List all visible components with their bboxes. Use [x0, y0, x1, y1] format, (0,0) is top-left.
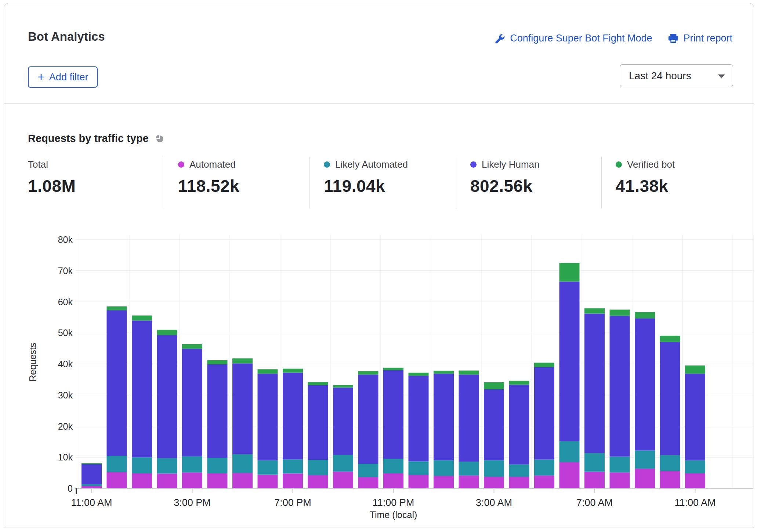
- bar-segment[interactable]: [584, 472, 605, 488]
- bar-segment[interactable]: [509, 381, 529, 385]
- bar-segment[interactable]: [584, 314, 605, 453]
- bar-segment[interactable]: [132, 320, 152, 457]
- bar-segment[interactable]: [610, 310, 630, 316]
- bar-segment[interactable]: [157, 474, 177, 488]
- bar-segment[interactable]: [685, 460, 705, 473]
- bar-segment[interactable]: [132, 473, 152, 488]
- bar-segment[interactable]: [484, 389, 504, 460]
- bar-segment[interactable]: [559, 462, 580, 488]
- bar-segment[interactable]: [559, 281, 580, 441]
- bar-segment[interactable]: [409, 475, 429, 488]
- bar-segment[interactable]: [534, 363, 554, 367]
- bar-segment[interactable]: [182, 456, 202, 473]
- bar-segment[interactable]: [358, 464, 378, 477]
- bar-segment[interactable]: [283, 369, 303, 373]
- bar-segment[interactable]: [358, 477, 378, 488]
- bar-segment[interactable]: [207, 473, 228, 488]
- bar-segment[interactable]: [232, 454, 253, 473]
- bar-segment[interactable]: [107, 306, 127, 310]
- bar-segment[interactable]: [685, 473, 705, 488]
- bar-segment[interactable]: [82, 486, 102, 488]
- bar-segment[interactable]: [459, 375, 479, 462]
- bar-segment[interactable]: [333, 387, 353, 455]
- bar-segment[interactable]: [132, 457, 152, 473]
- bar-segment[interactable]: [484, 382, 504, 389]
- bar-segment[interactable]: [283, 373, 303, 459]
- bar-segment[interactable]: [258, 374, 278, 460]
- configure-super-bot-fight-mode-link[interactable]: Configure Super Bot Fight Mode: [495, 33, 652, 44]
- bar-segment[interactable]: [610, 457, 630, 473]
- time-range-select[interactable]: Last 24 hours: [620, 64, 733, 87]
- bar-segment[interactable]: [258, 460, 278, 475]
- bar-segment[interactable]: [534, 475, 554, 488]
- bar-segment[interactable]: [434, 476, 454, 488]
- bar-segment[interactable]: [559, 441, 580, 462]
- bar-segment[interactable]: [534, 367, 554, 459]
- bar-segment[interactable]: [409, 461, 429, 475]
- bar-segment[interactable]: [258, 369, 278, 374]
- bar-segment[interactable]: [434, 374, 454, 460]
- bar-segment[interactable]: [308, 382, 328, 385]
- bar-segment[interactable]: [232, 358, 253, 364]
- print-report-link[interactable]: Print report: [668, 33, 732, 44]
- bar-segment[interactable]: [383, 368, 403, 370]
- bar-segment[interactable]: [610, 473, 630, 488]
- bar-segment[interactable]: [409, 376, 429, 461]
- bar-segment[interactable]: [182, 349, 202, 456]
- bar-segment[interactable]: [484, 460, 504, 477]
- bar-segment[interactable]: [584, 453, 605, 471]
- bar-segment[interactable]: [610, 316, 630, 457]
- bar-segment[interactable]: [660, 342, 680, 455]
- add-filter-button[interactable]: + Add filter: [28, 66, 98, 88]
- bar-segment[interactable]: [283, 459, 303, 473]
- bar-segment[interactable]: [635, 318, 655, 450]
- bar-segment[interactable]: [258, 475, 278, 488]
- bar-segment[interactable]: [635, 312, 655, 318]
- bar-segment[interactable]: [383, 473, 403, 488]
- bar-segment[interactable]: [383, 459, 403, 473]
- bar-segment[interactable]: [232, 363, 253, 454]
- bar-segment[interactable]: [509, 385, 529, 464]
- bar-segment[interactable]: [182, 344, 202, 349]
- bar-segment[interactable]: [358, 375, 378, 464]
- bar-segment[interactable]: [132, 316, 152, 321]
- bar-segment[interactable]: [82, 484, 102, 486]
- bar-segment[interactable]: [182, 473, 202, 488]
- bar-segment[interactable]: [107, 456, 127, 472]
- bar-segment[interactable]: [635, 469, 655, 488]
- bar-segment[interactable]: [157, 458, 177, 474]
- bar-segment[interactable]: [434, 460, 454, 476]
- bar-segment[interactable]: [333, 471, 353, 488]
- bar-segment[interactable]: [484, 477, 504, 488]
- bar-segment[interactable]: [409, 373, 429, 376]
- bar-segment[interactable]: [459, 371, 479, 375]
- bar-segment[interactable]: [358, 371, 378, 374]
- bar-segment[interactable]: [534, 460, 554, 476]
- bar-segment[interactable]: [660, 471, 680, 488]
- bar-segment[interactable]: [509, 477, 529, 488]
- bar-segment[interactable]: [660, 336, 680, 342]
- bar-segment[interactable]: [107, 472, 127, 488]
- bar-segment[interactable]: [459, 462, 479, 475]
- bar-segment[interactable]: [107, 310, 127, 456]
- bar-segment[interactable]: [685, 374, 705, 460]
- bar-segment[interactable]: [82, 464, 102, 484]
- bar-segment[interactable]: [434, 371, 454, 374]
- bar-segment[interactable]: [685, 365, 705, 374]
- bar-segment[interactable]: [82, 463, 102, 464]
- bar-segment[interactable]: [207, 458, 228, 473]
- bar-segment[interactable]: [157, 335, 177, 458]
- bar-segment[interactable]: [283, 473, 303, 488]
- bar-segment[interactable]: [509, 464, 529, 477]
- bar-segment[interactable]: [157, 330, 177, 335]
- bar-segment[interactable]: [232, 473, 253, 488]
- bar-segment[interactable]: [660, 455, 680, 471]
- bar-segment[interactable]: [207, 364, 228, 458]
- bar-segment[interactable]: [635, 451, 655, 469]
- bar-segment[interactable]: [383, 370, 403, 459]
- bar-segment[interactable]: [207, 360, 228, 364]
- bar-segment[interactable]: [459, 475, 479, 488]
- bar-segment[interactable]: [308, 385, 328, 460]
- bar-segment[interactable]: [559, 263, 580, 282]
- bar-segment[interactable]: [308, 460, 328, 475]
